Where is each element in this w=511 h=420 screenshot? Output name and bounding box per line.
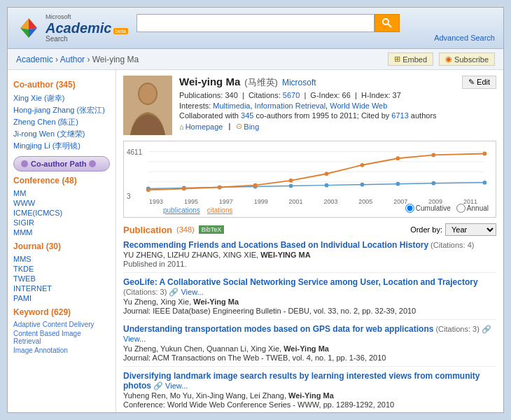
publication-list: Recommending Friends and Locations Based… (123, 240, 496, 412)
pub-authors-0: YU ZHENG, LIZHU ZHANG, XING XIE, WEI-YIN… (123, 251, 496, 259)
pub-journal-2: Journal: ACM Transactions on The Web - T… (123, 354, 496, 362)
main-content: Wei-ying Ma (马维英) Microsoft Publications… (116, 70, 503, 412)
interest-multimedia-link[interactable]: Multimedia (213, 102, 250, 110)
author-stats: Publications: 340 | Citations: 5670 | G-… (179, 91, 496, 99)
svg-point-24 (182, 187, 186, 191)
bing-link[interactable]: ⊙ Bing (236, 122, 259, 131)
author-photo-svg (123, 76, 172, 135)
coauthor-section-title: Co-author (345) (13, 80, 110, 90)
coauthor-item-ji-rong-wen[interactable]: Ji-rong Wen (文继荣) (13, 128, 110, 140)
keyword-item[interactable]: Image Annotation (13, 346, 110, 355)
keyword-item[interactable]: Adaptive Content Delivery (13, 320, 110, 329)
journal-item[interactable]: MMS (13, 254, 110, 264)
author-links: ⌂ Homepage | ⊙ Bing (179, 122, 496, 131)
annual-radio-label[interactable]: Annual (456, 204, 489, 213)
svg-marker-3 (29, 28, 37, 38)
logo-area: Microsoft Academic beta Search (16, 13, 128, 43)
svg-point-29 (360, 163, 365, 167)
edit-button[interactable]: ✎ Edit (462, 76, 496, 89)
author-collab: Collaborated with 345 co-authors from 19… (179, 111, 496, 120)
coauthor-item-zheng-chen[interactable]: Zheng Chen (陈正) (13, 116, 110, 128)
collab-count-link[interactable]: 345 (241, 111, 253, 120)
pub-item-1: GeoLife: A Collaborative Social Networki… (123, 277, 496, 320)
pub-authors-1: Yu Zheng, Xing Xie, Wei-Ying Ma (123, 298, 496, 306)
pub-year-0: Published in 2011. (123, 260, 496, 268)
journal-item[interactable]: PAMI (13, 293, 110, 303)
breadcrumb-author-link[interactable]: Author (60, 55, 85, 64)
pub-item-3: Diversifying landmark image search resul… (123, 371, 496, 412)
conference-list: MMWWWICME(ICMCS)SIGIRMMM (13, 188, 110, 237)
conference-item[interactable]: SIGIR (13, 218, 110, 227)
breadcrumb-actions: ⊞ Embed ◉ Subscribe (388, 52, 495, 66)
view-link-3[interactable]: 🔗 View... (151, 382, 188, 390)
chart-svg (128, 146, 491, 195)
bibtex-button[interactable]: BibTeX (199, 225, 225, 234)
pub-title-link-2[interactable]: Understanding transportation modes based… (123, 324, 433, 334)
chart-y-min: 3 (127, 192, 131, 200)
view-link-1[interactable]: 🔗 View... (167, 288, 203, 296)
coauthor-item-xing-xie[interactable]: Xing Xie (谢幸) (13, 92, 110, 104)
conference-item[interactable]: ICME(ICMCS) (13, 208, 110, 218)
view-icon-1: 🔗 (169, 288, 178, 296)
pub-item-0: Recommending Friends and Locations Based… (123, 240, 496, 273)
author-photo (123, 76, 172, 135)
cited-by-link[interactable]: 6713 (391, 111, 408, 120)
svg-point-19 (360, 183, 365, 187)
cumulative-radio-label[interactable]: Cumulative (405, 204, 451, 213)
svg-point-17 (289, 184, 293, 188)
microsoft-label: Microsoft (46, 13, 128, 20)
coauthor-item-hong-jiang-zhang[interactable]: Hong-jiang Zhang (张宏江) (13, 104, 110, 116)
chart-pub-legend[interactable]: publications (163, 206, 200, 214)
pub-title-link-0[interactable]: Recommending Friends and Locations Based… (123, 240, 428, 250)
coauthor-item-mingjing-li[interactable]: Mingjing Li (李明镜) (13, 140, 110, 152)
embed-label: Embed (402, 55, 427, 64)
rss-icon: ◉ (445, 55, 452, 64)
author-affiliation-link[interactable]: Microsoft (282, 78, 316, 88)
svg-point-18 (325, 183, 329, 188)
keyword-section-title: Keyword (629) (13, 307, 110, 317)
subscribe-label: Subscribe (454, 55, 489, 64)
interest-www-link[interactable]: World Wide Web (330, 102, 387, 110)
logo-kite-icon (16, 15, 41, 41)
chart-y-max: 4611 (127, 148, 142, 156)
order-select[interactable]: Year Citations Recency (445, 223, 496, 236)
coauthor-path-button[interactable]: Co-author Path (13, 156, 110, 172)
conference-item[interactable]: WWW (13, 198, 110, 208)
chart-cit-legend[interactable]: citations (207, 206, 233, 214)
author-profile: Wei-ying Ma (马维英) Microsoft Publications… (123, 76, 496, 135)
subscribe-button[interactable]: ◉ Subscribe (439, 52, 495, 66)
cumulative-radio[interactable] (405, 204, 414, 213)
keyword-item[interactable]: Content Based Image Retrieval (13, 329, 110, 346)
journal-item[interactable]: TKDE (13, 264, 110, 274)
svg-point-30 (396, 156, 400, 160)
search-button[interactable] (374, 14, 400, 32)
breadcrumb-home-link[interactable]: Academic (16, 55, 53, 64)
pub-title-link-1[interactable]: GeoLife: A Collaborative Social Networki… (123, 277, 478, 287)
conference-item[interactable]: MM (13, 188, 110, 198)
journal-item[interactable]: INTERNET (13, 284, 110, 293)
chart-options: Cumulative Annual (405, 204, 489, 213)
homepage-link[interactable]: ⌂ Homepage (179, 122, 223, 131)
view-icon-2: 🔗 (482, 325, 491, 333)
breadcrumb-bar: Academic › Author › Wei-ying Ma ⊞ Embed … (8, 49, 503, 70)
svg-point-4 (383, 19, 388, 24)
svg-point-31 (431, 153, 435, 157)
conference-item[interactable]: MMM (13, 227, 110, 237)
svg-point-21 (431, 181, 435, 186)
journal-item[interactable]: TWEB (13, 274, 110, 284)
breadcrumb-current: Wei-ying Ma (92, 55, 139, 64)
interest-ir-link[interactable]: Information Retrieval (255, 102, 326, 110)
svg-marker-2 (20, 28, 29, 38)
search-input[interactable] (136, 14, 374, 32)
svg-point-20 (396, 182, 400, 186)
journal-list: MMSTKDETWEBINTERNETPAMI (13, 254, 110, 303)
author-interests: Interests: Multimedia, Information Retri… (179, 102, 496, 110)
embed-button[interactable]: ⊞ Embed (388, 52, 433, 66)
author-name-en: Wei-ying Ma (179, 76, 240, 88)
svg-point-23 (146, 188, 150, 192)
beta-badge: beta (113, 28, 129, 34)
annual-radio[interactable] (456, 204, 465, 213)
pub-section-title: Publication (123, 225, 172, 235)
advanced-search-link[interactable]: Advanced Search (136, 34, 495, 42)
citations-link[interactable]: 5670 (283, 91, 300, 99)
